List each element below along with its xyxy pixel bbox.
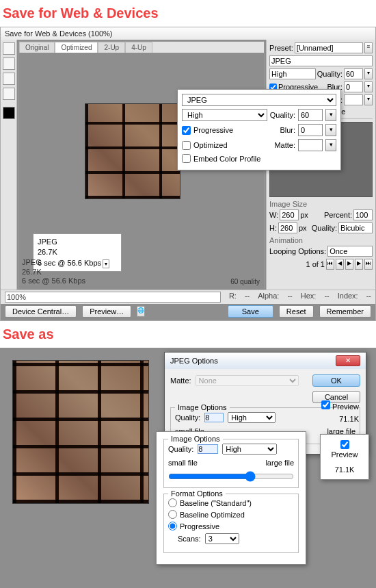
- matte-dd-icon[interactable]: ▾: [364, 94, 373, 105]
- status-bar: 100% R:-- Alpha:-- Hex:-- Index:--: [1, 290, 375, 304]
- callout-matte-swatch[interactable]: [298, 139, 323, 151]
- tab-optimized[interactable]: Optimized: [55, 42, 98, 53]
- percent-label: Percent:: [324, 211, 352, 219]
- preview-size: 71.1K: [321, 415, 359, 423]
- baseline-std-radio[interactable]: [168, 498, 177, 507]
- callout-quality-input[interactable]: [298, 109, 323, 121]
- h-label: H:: [269, 224, 277, 232]
- save-for-web-window: Save for Web & Devices (100%) Original O…: [0, 27, 376, 321]
- remember-button[interactable]: Remember: [319, 305, 371, 318]
- callout-optimized-checkbox[interactable]: [182, 141, 191, 150]
- zoom-tool[interactable]: [3, 73, 15, 85]
- device-central-button[interactable]: Device Central…: [5, 305, 77, 318]
- frame-next-icon[interactable]: ▶: [355, 259, 363, 270]
- foreground-swatch[interactable]: [3, 107, 15, 119]
- status-index: Index:: [338, 292, 358, 303]
- frame-prev-icon[interactable]: ◀: [336, 259, 344, 270]
- percent-input[interactable]: [353, 209, 373, 220]
- frame-count: 1 of 1: [306, 260, 325, 268]
- quality-mode-select[interactable]: High: [269, 68, 316, 79]
- w-input[interactable]: [280, 209, 299, 220]
- info-dropdown-icon[interactable]: ▾: [103, 259, 109, 268]
- callout-quality-dd-icon[interactable]: ▾: [325, 109, 336, 121]
- callout3-preview-checkbox[interactable]: [340, 440, 349, 449]
- tab-2up[interactable]: 2-Up: [98, 42, 125, 53]
- dialog-buttons: Device Central… Preview… 🌐 Save Reset Re…: [1, 304, 375, 319]
- status-size: 26.7K: [22, 268, 85, 277]
- scans-select[interactable]: 3: [205, 533, 239, 544]
- looping-select[interactable]: Once: [327, 246, 373, 257]
- close-button[interactable]: ✕: [336, 355, 360, 366]
- callout3-size: 71.1K: [326, 465, 363, 474]
- animation-header: Animation: [269, 236, 373, 244]
- matte-select[interactable]: None: [196, 375, 299, 386]
- preview-button[interactable]: Preview…: [82, 305, 131, 318]
- baseline-opt-radio[interactable]: [168, 510, 177, 519]
- callout-progressive-checkbox[interactable]: [182, 126, 191, 135]
- progressive-radio[interactable]: [168, 522, 177, 531]
- preset-menu-icon[interactable]: ≡: [364, 42, 373, 53]
- callout2-quality-input[interactable]: [198, 444, 218, 454]
- format-select[interactable]: JPEG: [269, 55, 373, 66]
- info-format: JPEG: [38, 237, 117, 247]
- callout-blur-input[interactable]: [298, 124, 323, 136]
- hand-tool[interactable]: [3, 42, 15, 55]
- callout2-small-label: small file: [168, 459, 198, 467]
- section-heading-save-for-web: Save for Web & Devices: [0, 0, 376, 27]
- preset-select[interactable]: [Unnamed]: [295, 42, 363, 53]
- callout-embed-label: Embed Color Profile: [193, 155, 260, 163]
- blur-dd-icon[interactable]: ▾: [364, 81, 373, 92]
- callout2-mode-select[interactable]: High: [222, 444, 277, 455]
- status-alpha: Alpha:: [258, 292, 279, 303]
- scans-label: Scans:: [178, 535, 201, 543]
- callout-blur-dd-icon[interactable]: ▾: [325, 124, 336, 136]
- slice-tool[interactable]: [3, 57, 15, 70]
- status-format: JPEG: [22, 258, 85, 267]
- baseline-std-label: Baseline ("Standard"): [180, 499, 252, 507]
- preview-checkbox[interactable]: [321, 400, 330, 409]
- callout-embed-checkbox[interactable]: [182, 154, 191, 163]
- reset-button[interactable]: Reset: [279, 305, 314, 318]
- callout-format-select[interactable]: JPEG: [182, 94, 336, 106]
- status-quality: 60 quality: [230, 278, 260, 285]
- h-input[interactable]: [278, 222, 297, 233]
- resample-label: Quality:: [312, 224, 337, 232]
- matte-swatch[interactable]: [344, 94, 363, 105]
- callout2-legend: Image Options: [168, 435, 223, 443]
- status-r: R:: [229, 292, 237, 303]
- callout-optimized-label: Optimized: [193, 141, 228, 149]
- section-heading-save-as: Save as: [0, 321, 376, 348]
- quality-input[interactable]: [344, 68, 363, 79]
- h-unit: px: [299, 224, 307, 232]
- w-unit: px: [300, 211, 308, 219]
- eyedropper-tool[interactable]: [3, 88, 15, 100]
- frame-last-icon[interactable]: ⏭: [364, 259, 373, 270]
- callout-mode-select[interactable]: High: [182, 109, 267, 121]
- tab-original[interactable]: Original: [19, 42, 55, 53]
- status-hex: Hex:: [301, 292, 317, 303]
- status-time: 6 sec @ 56.6 Kbps: [22, 277, 85, 285]
- ok-button[interactable]: OK: [312, 374, 360, 387]
- window-titlebar: Save for Web & Devices (100%): [1, 27, 375, 40]
- tab-4up[interactable]: 4-Up: [125, 42, 152, 53]
- dlg-quality-input[interactable]: [204, 413, 224, 422]
- quality-dd-icon[interactable]: ▾: [364, 68, 373, 79]
- save-as-area: JPEG Options ✕ Matte: None OK Cancel Ima…: [0, 348, 376, 588]
- callout-matte-dd-icon[interactable]: ▾: [325, 139, 336, 151]
- frame-play-icon[interactable]: ▶: [345, 259, 353, 270]
- callout2-large-label: large file: [265, 459, 294, 467]
- browser-preview-icon[interactable]: 🌐: [137, 306, 145, 317]
- zoom-select[interactable]: 100%: [5, 292, 221, 303]
- w-label: W:: [269, 211, 278, 219]
- blur-input[interactable]: [344, 81, 363, 92]
- preview-callout: Preview 71.1K: [320, 434, 369, 480]
- callout3-preview-label: Preview: [331, 450, 358, 459]
- dlg-quality-mode-select[interactable]: High: [228, 412, 276, 423]
- resample-select[interactable]: Bicubic: [338, 222, 373, 233]
- frame-first-icon[interactable]: ⏮: [326, 259, 334, 270]
- looping-label: Looping Options:: [269, 247, 326, 255]
- quality-slider[interactable]: [168, 471, 294, 482]
- matte-label: Matte:: [170, 376, 191, 385]
- save-button[interactable]: Save: [228, 305, 273, 318]
- preset-label: Preset:: [269, 44, 293, 52]
